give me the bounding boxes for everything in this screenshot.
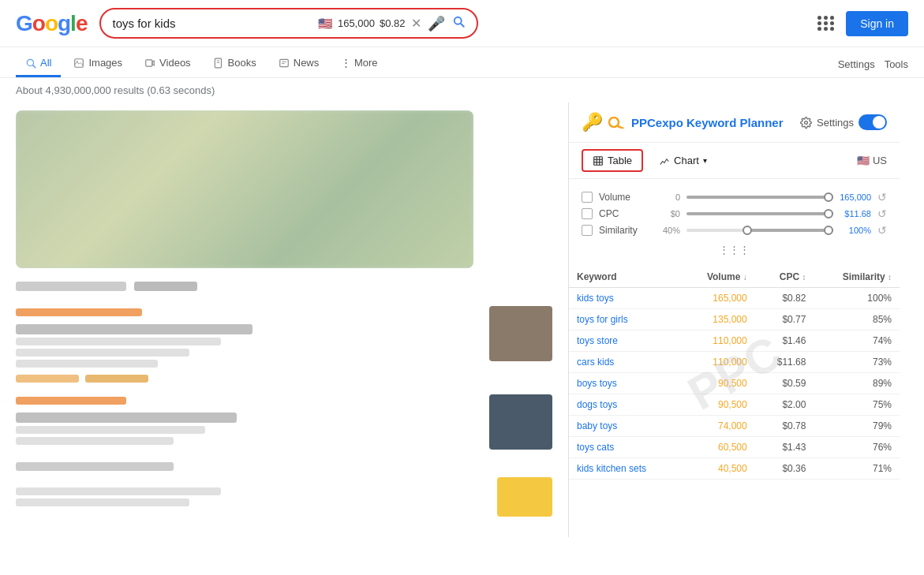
volume-checkbox[interactable] (582, 192, 593, 203)
similarity-slider[interactable] (686, 229, 833, 232)
table-row[interactable]: kids kitchen sets 40,500 $0.36 71% (569, 458, 900, 480)
table-row[interactable]: toys cats 60,500 $1.43 76% (569, 437, 900, 458)
cell-cpc: $1.43 (755, 437, 814, 458)
result-row-2 (16, 394, 552, 450)
table-button[interactable]: Table (582, 149, 643, 172)
map-image (16, 110, 473, 268)
ppc-toggle[interactable] (859, 114, 887, 130)
cpc-reset-icon[interactable]: ↺ (877, 207, 887, 220)
chart-btn-label: Chart (674, 155, 699, 166)
ppc-settings-button[interactable]: Settings (800, 114, 887, 130)
cell-cpc: $0.77 (755, 309, 814, 330)
key-icon: 🔑 (582, 112, 603, 133)
tab-books[interactable]: Books (204, 50, 266, 77)
sign-in-button[interactable]: Sign in (846, 11, 908, 36)
th-volume[interactable]: Volume ↓ (681, 267, 754, 288)
cpc-checkbox[interactable] (582, 208, 593, 219)
volume-slider[interactable] (686, 196, 833, 199)
svg-point-13 (805, 121, 808, 124)
volume-reset-icon[interactable]: ↺ (877, 191, 887, 203)
tab-all[interactable]: All (16, 50, 61, 77)
cpc-slider[interactable] (686, 212, 833, 215)
settings-gear-icon (800, 117, 812, 129)
search-input[interactable] (112, 17, 311, 30)
volume-label: Volume (599, 192, 654, 203)
tab-videos[interactable]: Videos (135, 50, 200, 77)
country-label: US (873, 155, 887, 166)
chart-button[interactable]: Chart ▾ (649, 151, 716, 170)
tools-link[interactable]: Tools (885, 58, 908, 70)
tab-images[interactable]: Images (64, 50, 132, 77)
table-header-row: Keyword Volume ↓ CPC ↕ Similarity ↕ (569, 267, 900, 288)
result-item (16, 281, 552, 293)
magnify-icon (606, 116, 625, 129)
cell-keyword: kids kitchen sets (569, 458, 681, 480)
cell-similarity: 100% (814, 288, 900, 309)
keyword-table: Keyword Volume ↓ CPC ↕ Similarity ↕ kids… (569, 267, 900, 480)
svg-rect-5 (215, 58, 221, 68)
ppcexpo-panel: 🔑 PPCexpo Keyword Planner Settings Table (568, 103, 900, 537)
similarity-reset-icon[interactable]: ↺ (877, 224, 887, 237)
flag-icon: 🇺🇸 (318, 17, 333, 31)
cell-keyword: toys for girls (569, 309, 681, 330)
table-row[interactable]: toys for girls 135,000 $0.77 85% (569, 309, 900, 330)
cell-keyword: toys store (569, 330, 681, 352)
table-icon (593, 155, 604, 166)
table-row[interactable]: toys store 110,000 $1.46 74% (569, 330, 900, 352)
cpc-max: $11.68 (840, 209, 871, 218)
search-volume: 165,000 (338, 17, 375, 29)
ppc-toolbar: Table Chart ▾ 🇺🇸 US (569, 143, 900, 179)
tab-more[interactable]: ⋮ More (331, 50, 387, 77)
cpc-label: CPC (599, 208, 654, 219)
mic-icon[interactable]: 🎤 (428, 15, 445, 32)
th-cpc[interactable]: CPC ↕ (755, 267, 814, 288)
cell-cpc: $0.78 (755, 416, 814, 437)
main-layout: 🔑 PPCexpo Keyword Planner Settings Table (0, 103, 924, 537)
cell-cpc: $2.00 (755, 394, 814, 416)
th-similarity[interactable]: Similarity ↕ (814, 267, 900, 288)
table-row[interactable]: baby toys 74,000 $0.78 79% (569, 416, 900, 437)
cell-volume: 90,500 (681, 394, 754, 416)
cell-cpc: $0.36 (755, 458, 814, 480)
tab-news[interactable]: News (269, 50, 329, 77)
settings-label: Settings (817, 117, 854, 129)
th-keyword[interactable]: Keyword (569, 267, 681, 288)
table-btn-label: Table (608, 155, 632, 166)
result-thumbnail-2 (489, 394, 552, 450)
similarity-checkbox[interactable] (582, 225, 593, 236)
search-bar[interactable]: 🇺🇸 165,000 $0.82 ✕ 🎤 (99, 8, 478, 39)
search-results (0, 103, 568, 537)
table-row[interactable]: boys toys 90,500 $0.59 89% (569, 373, 900, 394)
result-thumbnail-3 (497, 477, 552, 517)
cell-volume: 90,500 (681, 373, 754, 394)
cell-volume: 135,000 (681, 309, 754, 330)
cell-volume: 40,500 (681, 458, 754, 480)
cpc-min: $0 (660, 209, 680, 218)
nav-tabs: All Images Videos Books News ⋮ More Sett… (0, 47, 924, 78)
cell-volume: 60,500 (681, 437, 754, 458)
cell-volume: 110,000 (681, 352, 754, 373)
table-row[interactable]: cars kids 110,000 $11.68 73% (569, 352, 900, 373)
svg-rect-4 (146, 59, 152, 65)
country-selector[interactable]: 🇺🇸 US (857, 155, 887, 166)
cell-keyword: baby toys (569, 416, 681, 437)
settings-link[interactable]: Settings (838, 58, 875, 70)
cell-cpc: $0.82 (755, 288, 814, 309)
similarity-label: Similarity (599, 225, 654, 236)
search-button[interactable] (451, 14, 466, 32)
similarity-max: 100% (840, 226, 871, 235)
filters: Volume 0 165,000 ↺ CPC $0 $11.68 ↺ (569, 179, 900, 267)
table-row[interactable]: dogs toys 90,500 $2.00 75% (569, 394, 900, 416)
ppc-logo: 🔑 (582, 112, 625, 133)
volume-min: 0 (660, 192, 680, 202)
cell-keyword: dogs toys (569, 394, 681, 416)
clear-search-button[interactable]: ✕ (411, 16, 421, 31)
header: Google 🇺🇸 165,000 $0.82 ✕ 🎤 Sign in (0, 0, 924, 47)
cell-similarity: 76% (814, 437, 900, 458)
apps-icon[interactable] (817, 16, 835, 31)
google-logo: Google (16, 11, 87, 36)
cell-volume: 110,000 (681, 330, 754, 352)
volume-filter: Volume 0 165,000 ↺ (582, 191, 887, 203)
svg-line-12 (618, 126, 623, 129)
table-row[interactable]: kids toys 165,000 $0.82 100% (569, 288, 900, 309)
